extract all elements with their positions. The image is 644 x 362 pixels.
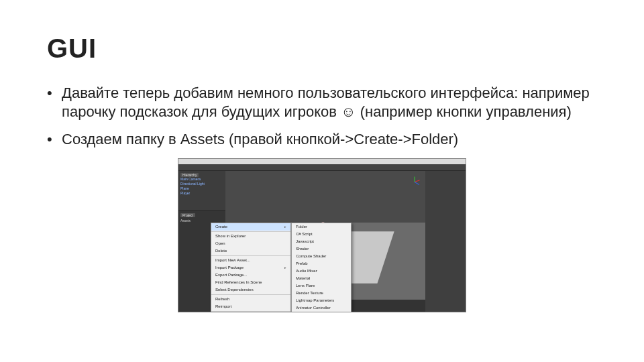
ctx-item[interactable]: Find References In Scene [211, 279, 290, 286]
toolbar [178, 164, 466, 171]
ctx-item[interactable]: Refresh [211, 296, 290, 303]
hierarchy-item: Directional Light [180, 182, 223, 186]
ctx-item[interactable]: Select Dependencies [211, 286, 290, 294]
sub-item[interactable]: C# Script [292, 231, 351, 238]
create-submenu[interactable]: Folder C# Script Javascript Shader Compu… [291, 223, 352, 312]
sub-item[interactable]: Lens Flare [292, 282, 351, 290]
hierarchy-item: Player [180, 191, 223, 196]
bullet-item: Создаем папку в Assets (правой кнопкой->… [47, 130, 597, 149]
ctx-item[interactable]: Open [211, 240, 290, 247]
sub-item[interactable]: Animator Controller [292, 304, 351, 312]
ctx-item[interactable]: Delete [211, 247, 290, 255]
sub-folder[interactable]: Folder [292, 223, 351, 231]
hierarchy-tab: Hierarchy [180, 173, 199, 177]
ctx-item[interactable]: Import New Asset... [211, 257, 290, 264]
hierarchy-item: Plane [180, 186, 223, 191]
ctx-item[interactable]: Reimport [211, 303, 290, 310]
sub-item[interactable]: Shader [292, 245, 351, 253]
hierarchy-item: Main Camera [180, 177, 223, 182]
bullet-item: Давайте теперь добавим немного пользоват… [47, 84, 597, 121]
context-menu[interactable]: Create Show in Explorer Open Delete Impo… [211, 223, 291, 312]
bullet-list: Давайте теперь добавим немного пользоват… [47, 84, 597, 149]
ctx-item[interactable]: Export Package... [211, 272, 290, 279]
ctx-item[interactable]: Import Package [211, 264, 290, 272]
hierarchy-panel: Hierarchy Main Camera Directional Light … [178, 171, 225, 211]
ctx-create[interactable]: Create [211, 223, 290, 231]
menubar [178, 159, 466, 164]
sub-item[interactable]: Animation [292, 312, 351, 312]
sub-item[interactable]: Compute Shader [292, 253, 351, 260]
slide-title: GUI [47, 34, 597, 64]
ctx-item[interactable]: Show in Explorer [211, 233, 290, 240]
unity-screenshot: Hierarchy Main Camera Directional Light … [178, 158, 466, 312]
sub-item[interactable]: Material [292, 275, 351, 282]
sub-item[interactable]: Audio Mixer [292, 267, 351, 275]
project-tab: Project [180, 213, 195, 217]
scene-gizmo [408, 175, 421, 188]
sub-item[interactable]: Javascript [292, 238, 351, 245]
sub-item[interactable]: Prefab [292, 260, 351, 267]
sub-item[interactable]: Render Texture [292, 290, 351, 297]
sub-item[interactable]: Lightmap Parameters [292, 297, 351, 304]
